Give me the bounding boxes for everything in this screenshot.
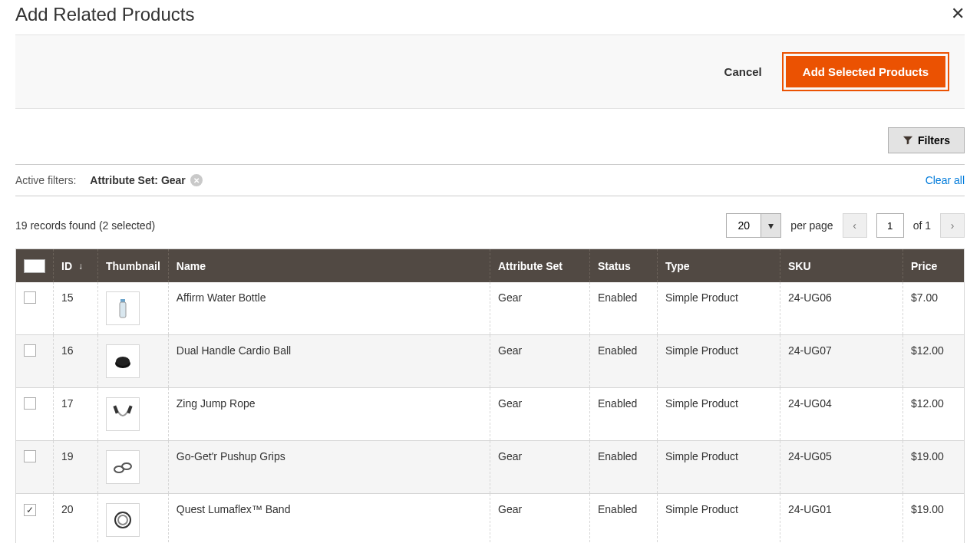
prev-page-button[interactable]: ‹ xyxy=(843,213,867,238)
filters-button[interactable]: Filters xyxy=(888,127,965,153)
next-page-button[interactable]: › xyxy=(940,213,965,238)
cell-sku: 24-UG06 xyxy=(780,282,903,335)
cell-type: Simple Product xyxy=(658,388,780,441)
cell-sku: 24-UG04 xyxy=(780,388,903,441)
page-number-input[interactable] xyxy=(876,213,904,238)
table-row: 19Go-Get'r Pushup GripsGearEnabledSimple… xyxy=(16,441,965,494)
products-table: ▪ ▾ ID↓ Thumbnail Name Attribute Set Sta… xyxy=(15,248,965,543)
cell-price: $19.00 xyxy=(903,494,965,544)
cell-id: 16 xyxy=(54,335,98,388)
cell-thumbnail xyxy=(98,388,169,441)
add-selected-products-button[interactable]: Add Selected Products xyxy=(786,56,945,87)
svg-point-7 xyxy=(122,463,131,469)
cell-status: Enabled xyxy=(590,388,658,441)
cell-type: Simple Product xyxy=(658,494,780,544)
column-header-attribute-set[interactable]: Attribute Set xyxy=(490,249,590,283)
cell-id: 19 xyxy=(54,441,98,494)
cell-name: Go-Get'r Pushup Grips xyxy=(168,441,490,494)
cell-price: $7.00 xyxy=(903,282,965,335)
sort-arrow-icon: ↓ xyxy=(78,261,83,272)
cancel-button[interactable]: Cancel xyxy=(724,65,762,78)
cell-thumbnail xyxy=(98,494,169,544)
svg-rect-4 xyxy=(113,406,118,414)
cell-thumbnail xyxy=(98,335,169,388)
page-size-select[interactable]: ▾ xyxy=(726,213,781,238)
cell-name: Affirm Water Bottle xyxy=(168,282,490,335)
filter-tag-attribute-set: Attribute Set: Gear ✕ xyxy=(90,174,202,186)
row-checkbox[interactable] xyxy=(24,450,36,462)
column-header-sku[interactable]: SKU xyxy=(780,249,903,283)
table-row: 17Zing Jump RopeGearEnabledSimple Produc… xyxy=(16,388,965,441)
cell-sku: 24-UG01 xyxy=(780,494,903,544)
cell-price: $12.00 xyxy=(903,388,965,441)
records-found: 19 records found (2 selected) xyxy=(15,219,155,232)
row-checkbox[interactable] xyxy=(24,291,36,304)
cell-type: Simple Product xyxy=(658,441,780,494)
cell-attribute-set: Gear xyxy=(490,441,590,494)
cell-name: Quest Lumaflex™ Band xyxy=(168,494,490,544)
cell-attribute-set: Gear xyxy=(490,388,590,441)
cell-price: $12.00 xyxy=(903,335,965,388)
cell-sku: 24-UG07 xyxy=(780,335,903,388)
cell-thumbnail xyxy=(98,282,169,335)
cell-status: Enabled xyxy=(590,494,658,544)
table-row: 15Affirm Water BottleGearEnabledSimple P… xyxy=(16,282,965,335)
table-row: 16Dual Handle Cardio BallGearEnabledSimp… xyxy=(16,335,965,388)
add-selected-products-highlight: Add Selected Products xyxy=(782,52,949,91)
thumbnail-icon xyxy=(106,397,140,431)
cell-name: Zing Jump Rope xyxy=(168,388,490,441)
row-checkbox[interactable] xyxy=(24,504,36,516)
action-bar: Cancel Add Selected Products xyxy=(15,35,965,109)
column-header-type[interactable]: Type xyxy=(658,249,780,283)
column-header-id[interactable]: ID↓ xyxy=(54,249,98,283)
svg-point-9 xyxy=(118,515,127,525)
cell-status: Enabled xyxy=(590,441,658,494)
cell-type: Simple Product xyxy=(658,282,780,335)
select-all-toggle[interactable]: ▪ ▾ xyxy=(24,259,45,273)
cell-thumbnail xyxy=(98,441,169,494)
cell-sku: 24-UG05 xyxy=(780,441,903,494)
row-checkbox[interactable] xyxy=(24,397,36,410)
svg-rect-0 xyxy=(120,299,125,302)
thumbnail-icon xyxy=(106,503,140,537)
thumbnail-icon xyxy=(106,450,140,484)
svg-rect-5 xyxy=(127,406,132,414)
page-of-label: of 1 xyxy=(913,219,931,232)
row-checkbox[interactable] xyxy=(24,344,36,357)
pager-controls: ▾ per page ‹ of 1 › xyxy=(726,213,965,238)
close-icon[interactable]: ✕ xyxy=(951,4,965,24)
filters-button-label: Filters xyxy=(918,134,950,146)
per-page-label: per page xyxy=(790,219,833,232)
funnel-icon xyxy=(902,135,913,146)
table-row: 20Quest Lumaflex™ BandGearEnabledSimple … xyxy=(16,494,965,544)
svg-rect-1 xyxy=(120,302,126,318)
cell-id: 17 xyxy=(54,388,98,441)
remove-filter-icon[interactable]: ✕ xyxy=(190,174,203,186)
active-filters-label: Active filters: xyxy=(15,174,76,186)
cell-attribute-set: Gear xyxy=(490,494,590,544)
filter-tag-text: Attribute Set: Gear xyxy=(90,174,185,186)
cell-status: Enabled xyxy=(590,282,658,335)
clear-all-link[interactable]: Clear all xyxy=(926,174,965,186)
filters-row: Filters xyxy=(15,127,965,153)
chevron-down-icon[interactable]: ▾ xyxy=(761,214,780,237)
cell-attribute-set: Gear xyxy=(490,335,590,388)
cell-name: Dual Handle Cardio Ball xyxy=(168,335,490,388)
modal-title: Add Related Products xyxy=(15,4,194,25)
column-header-price[interactable]: Price xyxy=(903,249,965,283)
thumbnail-icon xyxy=(106,291,140,325)
add-related-products-modal: Add Related Products ✕ Cancel Add Select… xyxy=(0,0,980,543)
cell-status: Enabled xyxy=(590,335,658,388)
column-header-status[interactable]: Status xyxy=(590,249,658,283)
cell-type: Simple Product xyxy=(658,335,780,388)
active-filters-left: Active filters: Attribute Set: Gear ✕ xyxy=(15,174,203,186)
column-header-name[interactable]: Name xyxy=(168,249,490,283)
active-filters-bar: Active filters: Attribute Set: Gear ✕ Cl… xyxy=(15,164,965,196)
cell-id: 15 xyxy=(54,282,98,335)
pager-row: 19 records found (2 selected) ▾ per page… xyxy=(15,213,965,238)
modal-header: Add Related Products ✕ xyxy=(15,0,965,35)
page-size-input[interactable] xyxy=(727,214,761,237)
cell-id: 20 xyxy=(54,494,98,544)
cell-price: $19.00 xyxy=(903,441,965,494)
column-header-thumbnail[interactable]: Thumbnail xyxy=(98,249,169,283)
